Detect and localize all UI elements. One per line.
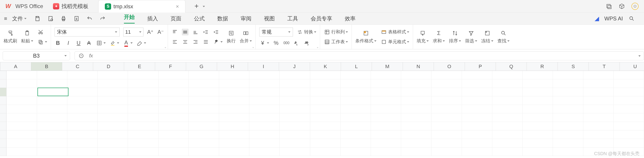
column-header[interactable]: N [403, 62, 434, 71]
increase-font-icon[interactable]: A⁺ [147, 29, 154, 35]
cancel-formula-icon[interactable] [78, 52, 84, 59]
cell[interactable] [67, 139, 98, 148]
cell[interactable] [522, 113, 553, 122]
cell[interactable] [340, 113, 371, 122]
cell[interactable] [371, 79, 401, 88]
cell[interactable] [432, 148, 462, 156]
cell[interactable] [219, 96, 250, 105]
cell[interactable] [522, 96, 553, 105]
font-color-button[interactable]: A [123, 40, 133, 46]
cell[interactable] [189, 88, 219, 96]
cell[interactable] [219, 131, 250, 139]
cell[interactable] [189, 131, 219, 139]
row-header[interactable] [0, 88, 6, 96]
cell[interactable] [219, 88, 250, 96]
paste-button[interactable]: 粘贴 [21, 30, 33, 44]
cell[interactable] [371, 96, 401, 105]
cell[interactable] [614, 71, 644, 79]
cell[interactable] [553, 105, 583, 113]
cell[interactable] [98, 139, 128, 148]
cell[interactable] [158, 113, 189, 122]
cell[interactable] [250, 71, 280, 79]
cell[interactable] [6, 139, 37, 148]
column-header[interactable]: R [527, 62, 558, 71]
cell[interactable] [462, 113, 492, 122]
row-header[interactable] [0, 71, 6, 79]
column-header[interactable]: J [279, 62, 310, 71]
cell[interactable] [371, 139, 401, 148]
format-painter-button[interactable]: 格式刷 [4, 30, 17, 44]
cell[interactable] [37, 148, 67, 156]
cube-icon[interactable] [618, 3, 625, 10]
cell[interactable] [340, 71, 371, 79]
cell[interactable] [492, 79, 522, 88]
cell[interactable] [432, 122, 462, 131]
column-header[interactable]: I [248, 62, 279, 71]
cell[interactable] [37, 79, 67, 88]
column-header[interactable]: K [310, 62, 341, 71]
cell[interactable] [37, 88, 67, 96]
save-icon[interactable] [34, 15, 41, 22]
cell[interactable] [98, 131, 128, 139]
cell[interactable] [432, 105, 462, 113]
cell[interactable] [280, 88, 310, 96]
cell[interactable] [492, 122, 522, 131]
menu-insert[interactable]: 插入 [147, 15, 158, 22]
close-tab-icon[interactable]: × [176, 3, 179, 10]
cell[interactable] [158, 105, 189, 113]
menu-view[interactable]: 视图 [264, 15, 275, 22]
column-header[interactable]: T [589, 62, 620, 71]
cell[interactable] [128, 131, 158, 139]
cell[interactable] [219, 79, 250, 88]
cell[interactable] [128, 79, 158, 88]
file-menu[interactable]: 文件 [9, 15, 30, 22]
cell[interactable] [280, 79, 310, 88]
column-header[interactable]: P [465, 62, 496, 71]
cell[interactable] [432, 96, 462, 105]
menu-formula[interactable]: 公式 [194, 15, 205, 22]
cell[interactable] [492, 139, 522, 148]
align-center-icon[interactable] [182, 38, 188, 45]
copy-button[interactable] [37, 38, 47, 45]
number-launcher-icon[interactable]: ⌄ [316, 45, 319, 49]
cell[interactable] [67, 122, 98, 131]
cell[interactable] [280, 113, 310, 122]
column-header[interactable]: B [31, 62, 62, 71]
menu-efficiency[interactable]: 效率 [345, 15, 356, 22]
cell[interactable] [98, 122, 128, 131]
cell[interactable] [614, 122, 644, 131]
cell[interactable] [158, 122, 189, 131]
row-header[interactable] [0, 105, 6, 113]
cell[interactable] [553, 113, 583, 122]
cell[interactable] [310, 148, 340, 156]
cell[interactable] [67, 113, 98, 122]
freeze-button[interactable]: 冻结 [481, 30, 494, 44]
cell[interactable] [189, 139, 219, 148]
row-header[interactable] [0, 131, 6, 139]
cell[interactable] [310, 88, 340, 96]
align-top-icon[interactable] [172, 29, 178, 35]
cell[interactable] [371, 105, 401, 113]
menu-page[interactable]: 页面 [170, 15, 181, 22]
cell[interactable] [371, 122, 401, 131]
cell[interactable] [6, 113, 37, 122]
cell[interactable] [37, 105, 67, 113]
menu-start[interactable]: 开始 [124, 13, 135, 23]
cell[interactable] [492, 105, 522, 113]
cell[interactable] [189, 96, 219, 105]
justify-icon[interactable] [202, 38, 209, 45]
redo-icon[interactable] [99, 15, 106, 22]
sum-button[interactable]: Σ 求和 [433, 30, 445, 44]
cell[interactable] [98, 113, 128, 122]
cell[interactable] [67, 148, 98, 156]
cell[interactable] [6, 88, 37, 96]
table-style-button[interactable]: 表格样式 [380, 29, 409, 35]
decrease-indent-icon[interactable] [202, 29, 209, 35]
cell[interactable] [310, 105, 340, 113]
cell[interactable] [584, 96, 614, 105]
cell[interactable] [492, 131, 522, 139]
cell[interactable] [371, 148, 401, 156]
cell[interactable] [219, 105, 250, 113]
cell[interactable] [401, 122, 432, 131]
currency-button[interactable]: ¥ [259, 40, 269, 46]
